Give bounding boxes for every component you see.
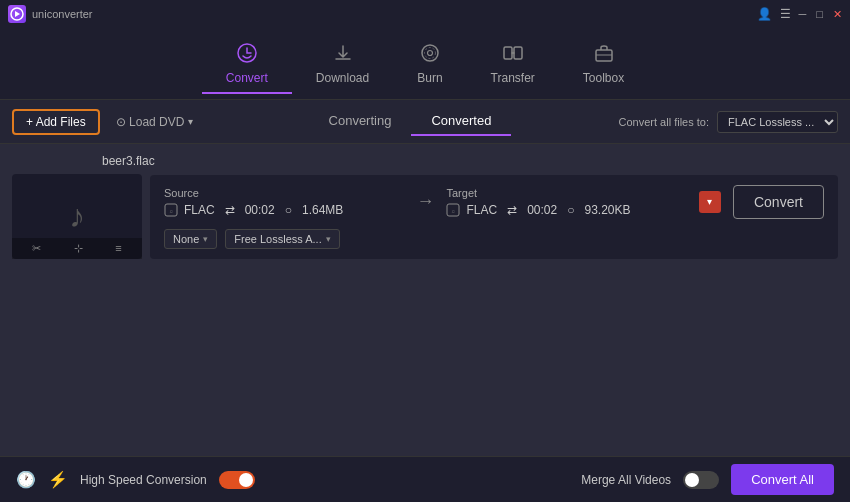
toolbar-tabs: Converting Converted xyxy=(209,107,610,136)
source-box: Source ♫ FLAC ⇄ 00:02 ○ xyxy=(164,187,404,217)
window-controls: ─ □ ✕ xyxy=(799,9,842,20)
high-speed-label: High Speed Conversion xyxy=(80,473,207,487)
music-icon: ♪ xyxy=(69,198,85,235)
navbar: Convert Download Burn Tran xyxy=(0,28,850,100)
main-content: beer3.flac ♪ ✂ ⊹ ≡ Source xyxy=(0,144,850,456)
transfer-nav-icon xyxy=(502,42,524,67)
nav-item-toolbox[interactable]: Toolbox xyxy=(559,34,648,93)
svg-rect-5 xyxy=(504,47,512,59)
svg-point-4 xyxy=(424,48,435,59)
dropdowns-row: None ▾ Free Lossless A... ▾ xyxy=(164,229,824,249)
nav-label-burn: Burn xyxy=(417,71,442,85)
target-dropdown-button[interactable]: ▾ xyxy=(699,191,721,213)
convert-all-button[interactable]: Convert All xyxy=(731,464,834,495)
nav-item-convert[interactable]: Convert xyxy=(202,34,292,93)
crop-icon[interactable]: ⊹ xyxy=(74,242,83,255)
file-name: beer3.flac xyxy=(12,154,838,168)
merge-toggle[interactable] xyxy=(683,471,719,489)
nav-item-burn[interactable]: Burn xyxy=(393,34,466,93)
none-dropdown-arrow: ▾ xyxy=(203,234,208,244)
svg-text:♫: ♫ xyxy=(452,208,456,214)
svg-point-3 xyxy=(427,51,432,56)
tab-converted[interactable]: Converted xyxy=(411,107,511,136)
load-dvd-arrow-icon: ▾ xyxy=(188,116,193,127)
nav-item-download[interactable]: Download xyxy=(292,34,393,93)
thumbnail: ♪ ✂ ⊹ ≡ xyxy=(12,174,142,259)
convert-all-select[interactable]: FLAC Lossless ... xyxy=(717,111,838,133)
source-target-panel: Source ♫ FLAC ⇄ 00:02 ○ xyxy=(150,175,838,259)
nav-label-convert: Convert xyxy=(226,71,268,85)
none-dropdown[interactable]: None ▾ xyxy=(164,229,217,249)
target-details: ♫ FLAC ⇄ 00:02 ○ 93.20KB xyxy=(446,203,686,217)
download-nav-icon xyxy=(332,42,354,67)
settings-icon[interactable]: ≡ xyxy=(115,242,121,255)
titlebar-left: uniconverter xyxy=(8,5,93,23)
burn-nav-icon xyxy=(419,42,441,67)
bottom-left: 🕐 ⚡ High Speed Conversion xyxy=(16,470,569,489)
target-box: Target ♫ FLAC ⇄ 00:02 ○ xyxy=(446,187,686,217)
source-target-row: Source ♫ FLAC ⇄ 00:02 ○ xyxy=(164,185,824,219)
lossless-dropdown-arrow: ▾ xyxy=(326,234,331,244)
source-size-icon: ○ xyxy=(285,203,292,217)
app-name: uniconverter xyxy=(32,8,93,20)
target-duration-icon: ⇄ xyxy=(507,203,517,217)
source-details: ♫ FLAC ⇄ 00:02 ○ 1.64MB xyxy=(164,203,404,217)
nav-label-transfer: Transfer xyxy=(491,71,535,85)
thumb-actions: ✂ ⊹ ≡ xyxy=(12,238,142,259)
convert-nav-icon xyxy=(236,42,258,67)
titlebar: uniconverter 👤 ☰ ─ □ ✕ xyxy=(0,0,850,28)
menu-icon[interactable]: ☰ xyxy=(780,7,791,21)
cut-icon[interactable]: ✂ xyxy=(32,242,41,255)
merge-label: Merge All Videos xyxy=(581,473,671,487)
file-section: beer3.flac ♪ ✂ ⊹ ≡ Source xyxy=(0,144,850,269)
clock-icon[interactable]: 🕐 xyxy=(16,470,36,489)
target-format: ♫ FLAC xyxy=(446,203,497,217)
minimize-button[interactable]: ─ xyxy=(799,9,807,20)
tab-converting[interactable]: Converting xyxy=(309,107,412,136)
convert-all-label: Convert all files to: xyxy=(619,116,709,128)
target-label: Target xyxy=(446,187,686,199)
add-files-button[interactable]: + Add Files xyxy=(12,109,100,135)
lossless-dropdown[interactable]: Free Lossless A... ▾ xyxy=(225,229,339,249)
nav-label-download: Download xyxy=(316,71,369,85)
maximize-button[interactable]: □ xyxy=(816,9,823,20)
arrow-icon: → xyxy=(416,191,434,212)
source-format: ♫ FLAC xyxy=(164,203,215,217)
high-speed-toggle[interactable] xyxy=(219,471,255,489)
source-size: 1.64MB xyxy=(302,203,343,217)
target-size-icon: ○ xyxy=(567,203,574,217)
source-duration: 00:02 xyxy=(245,203,275,217)
toolbar: + Add Files ⊙ Load DVD ▾ Converting Conv… xyxy=(0,100,850,144)
svg-rect-6 xyxy=(514,47,522,59)
convert-button[interactable]: Convert xyxy=(733,185,824,219)
app-logo xyxy=(8,5,26,23)
target-duration: 00:02 xyxy=(527,203,557,217)
nav-item-transfer[interactable]: Transfer xyxy=(467,34,559,93)
load-dvd-button[interactable]: ⊙ Load DVD ▾ xyxy=(108,111,202,133)
svg-text:♫: ♫ xyxy=(169,208,173,214)
source-duration-icon: ⇄ xyxy=(225,203,235,217)
close-button[interactable]: ✕ xyxy=(833,9,842,20)
file-row: ♪ ✂ ⊹ ≡ Source xyxy=(12,174,838,259)
target-size: 93.20KB xyxy=(584,203,630,217)
load-dvd-label: ⊙ Load DVD xyxy=(116,115,185,129)
bottom-bar: 🕐 ⚡ High Speed Conversion Merge All Vide… xyxy=(0,456,850,502)
source-label: Source xyxy=(164,187,404,199)
nav-label-toolbox: Toolbox xyxy=(583,71,624,85)
lightning-icon: ⚡ xyxy=(48,470,68,489)
toolbox-nav-icon xyxy=(593,42,615,67)
titlebar-right: 👤 ☰ ─ □ ✕ xyxy=(757,7,842,21)
bottom-right: Merge All Videos Convert All xyxy=(581,464,834,495)
user-icon[interactable]: 👤 xyxy=(757,7,772,21)
